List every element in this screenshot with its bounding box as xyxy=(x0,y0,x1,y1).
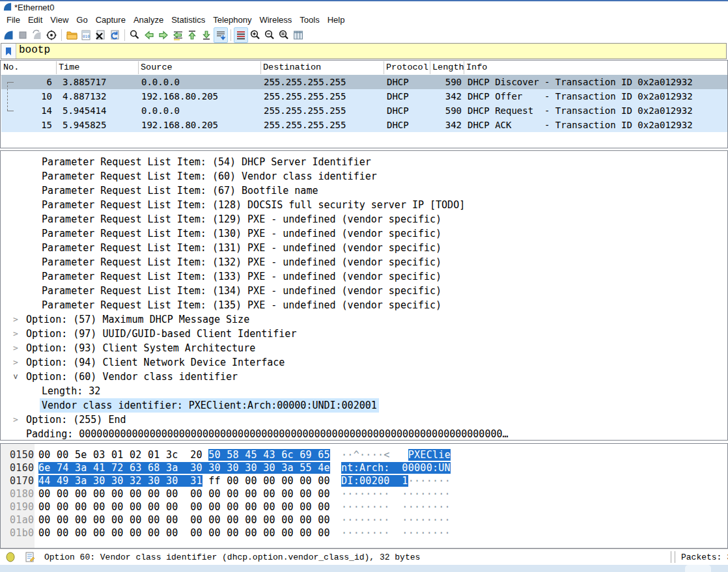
go-top-button[interactable] xyxy=(185,27,199,43)
go-bottom-button[interactable] xyxy=(199,27,214,43)
detail-line[interactable]: Parameter Request List Item: (131) PXE -… xyxy=(1,241,724,255)
menu-help[interactable]: Help xyxy=(324,15,349,25)
detail-line[interactable]: Parameter Request List Item: (133) PXE -… xyxy=(1,269,724,284)
detail-line[interactable]: Parameter Request List Item: (60) Vendor… xyxy=(1,169,724,184)
detail-line[interactable]: Parameter Request List Item: (134) PXE -… xyxy=(1,284,724,298)
go-back-button[interactable] xyxy=(142,27,156,43)
open-file-button[interactable] xyxy=(64,27,79,43)
hex-row-0170[interactable]: 017044 49 3a 30 30 32 30 30 31 ff 00 00 … xyxy=(1,474,727,487)
expand-chevron-icon[interactable]: > xyxy=(12,327,20,341)
packet-row-10[interactable]: 104.887132192.168.80.205255.255.255.255D… xyxy=(1,89,728,103)
detail-line[interactable]: >Option: (93) Client System Architecture xyxy=(1,341,724,355)
go-to-packet-button[interactable] xyxy=(171,27,185,43)
detail-line[interactable]: Padding: 0000000000000000000000000000000… xyxy=(1,427,724,441)
menu-capture[interactable]: Capture xyxy=(92,15,130,25)
menu-analyze[interactable]: Analyze xyxy=(130,15,167,25)
column-header-protocol[interactable]: Protocol xyxy=(386,61,430,74)
hex-ascii: DI:00200 1······· xyxy=(341,474,451,487)
hex-row-0150[interactable]: 015000 00 5e 03 01 02 01 3c 20 50 58 45 … xyxy=(1,448,727,461)
expert-info-icon[interactable] xyxy=(5,552,16,562)
detail-line[interactable]: Parameter Request List Item: (135) PXE -… xyxy=(1,298,724,312)
save-file-button[interactable]: 010 xyxy=(79,27,93,43)
hex-bytes: 00 00 00 00 00 00 00 00 00 00 00 00 00 0… xyxy=(38,487,330,500)
detail-line[interactable]: Parameter Request List Item: (130) PXE -… xyxy=(1,226,724,241)
menu-go[interactable]: Go xyxy=(72,15,91,25)
menu-file[interactable]: File xyxy=(3,15,24,25)
column-header-time[interactable]: Time xyxy=(59,61,138,74)
reload-file-button[interactable] xyxy=(107,27,122,43)
column-header-destination[interactable]: Destination xyxy=(263,61,384,74)
auto-scroll-icon xyxy=(215,29,227,41)
go-to-packet-icon xyxy=(172,29,184,41)
detail-line[interactable]: Length: 32 xyxy=(1,384,724,398)
resize-columns-button[interactable] xyxy=(291,27,305,43)
hex-offset: 0150 xyxy=(10,448,34,461)
close-file-button[interactable] xyxy=(93,27,107,43)
expand-chevron-icon[interactable]: > xyxy=(12,341,20,355)
detail-text: Parameter Request List Item: (133) PXE -… xyxy=(42,269,441,284)
detail-line[interactable]: Parameter Request List Item: (67) Bootfi… xyxy=(1,184,724,198)
detail-line[interactable]: >Option: (94) Client Network Device Inte… xyxy=(1,355,724,370)
capture-comment-icon[interactable] xyxy=(25,552,35,562)
restart-capture-button[interactable] xyxy=(30,27,44,43)
menu-statistics[interactable]: Statistics xyxy=(167,15,209,25)
hex-row-0160[interactable]: 01606e 74 3a 41 72 63 68 3a 30 30 30 30 … xyxy=(1,461,727,474)
hex-row-0180[interactable]: 018000 00 00 00 00 00 00 00 00 00 00 00 … xyxy=(1,487,727,500)
column-separator[interactable] xyxy=(464,61,464,74)
wireshark-fin-button[interactable] xyxy=(1,27,16,43)
display-filter-bar[interactable]: bootp xyxy=(1,43,727,59)
find-packet-button[interactable] xyxy=(128,27,142,43)
zoom-in-button[interactable] xyxy=(248,27,262,43)
zoom-out-button[interactable] xyxy=(262,27,277,43)
column-separator[interactable] xyxy=(430,61,430,74)
menu-wireless[interactable]: Wireless xyxy=(255,15,296,25)
detail-line[interactable]: >Option: (60) Vendor class identifier xyxy=(1,370,724,384)
expand-chevron-icon[interactable]: > xyxy=(12,413,20,427)
packet-time: 5.945414 xyxy=(63,103,106,118)
packet-row-15[interactable]: 155.945825192.168.80.205255.255.255.255D… xyxy=(1,118,728,132)
title-bar[interactable]: *Ethernet0 xyxy=(0,1,728,13)
detail-line[interactable]: Parameter Request List Item: (54) DHCP S… xyxy=(1,155,724,169)
hex-row-01a0[interactable]: 01a000 00 00 00 00 00 00 00 00 00 00 00 … xyxy=(1,513,727,526)
detail-line[interactable]: >Option: (57) Maximum DHCP Message Size xyxy=(1,312,724,327)
display-filter-input[interactable]: bootp xyxy=(16,44,50,59)
column-header-info[interactable]: Info xyxy=(466,61,727,74)
reload-file-icon xyxy=(109,29,120,41)
detail-line[interactable]: >Option: (97) UUID/GUID-based Client Ide… xyxy=(1,327,724,341)
detail-line[interactable]: Parameter Request List Item: (128) DOCSI… xyxy=(1,198,724,212)
go-forward-button[interactable] xyxy=(156,27,171,43)
menu-telephony[interactable]: Telephony xyxy=(209,15,255,25)
column-separator[interactable] xyxy=(384,61,384,74)
wireshark-logo-icon xyxy=(3,2,12,12)
packet-row-14[interactable]: 145.9454140.0.0.0255.255.255.255DHCP590D… xyxy=(1,103,728,118)
detail-line[interactable]: >Option: (255) End xyxy=(1,413,724,427)
menu-edit[interactable]: Edit xyxy=(24,15,46,25)
zoom-original-button[interactable] xyxy=(277,27,291,43)
detail-line[interactable]: Parameter Request List Item: (132) PXE -… xyxy=(1,255,724,269)
expand-chevron-icon[interactable]: > xyxy=(12,312,20,327)
filter-bookmark-button[interactable] xyxy=(1,44,16,59)
detail-line[interactable]: Parameter Request List Item: (129) PXE -… xyxy=(1,212,724,226)
capture-options-button[interactable] xyxy=(44,27,59,43)
expand-chevron-icon[interactable]: > xyxy=(12,355,20,370)
detail-line[interactable]: Vendor class identifier: PXEClient:Arch:… xyxy=(1,398,724,413)
stop-capture-button[interactable] xyxy=(16,27,30,43)
column-header-source[interactable]: Source xyxy=(141,61,260,74)
colorize-button[interactable] xyxy=(234,27,248,43)
auto-scroll-button[interactable] xyxy=(214,27,228,43)
column-header-no[interactable]: No. xyxy=(3,61,56,74)
packet-row-6[interactable]: 63.8857170.0.0.0255.255.255.255DHCP590DH… xyxy=(1,75,728,89)
menu-view[interactable]: View xyxy=(46,15,72,25)
hex-row-0190[interactable]: 019000 00 00 00 00 00 00 00 00 00 00 00 … xyxy=(1,500,727,513)
column-separator[interactable] xyxy=(138,61,139,74)
expand-chevron-icon[interactable]: > xyxy=(8,373,23,381)
hex-ascii: ········ ········ xyxy=(341,487,451,500)
column-separator[interactable] xyxy=(56,61,57,74)
column-header-length[interactable]: Length xyxy=(432,61,464,74)
column-separator[interactable] xyxy=(260,61,261,74)
menu-tools[interactable]: Tools xyxy=(296,15,323,25)
detail-text: Parameter Request List Item: (134) PXE -… xyxy=(42,284,441,298)
packet-info: DHCP Request - Transaction ID 0x2a012932 xyxy=(468,103,693,118)
packet-time: 4.887132 xyxy=(63,89,106,103)
hex-row-01b0[interactable]: 01b000 00 00 00 00 00 00 00 00 00 00 00 … xyxy=(1,526,727,539)
